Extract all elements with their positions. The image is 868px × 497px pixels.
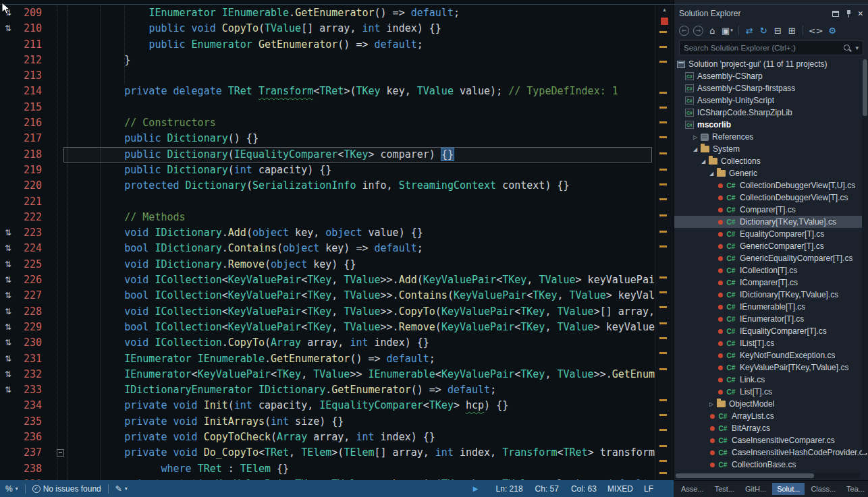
line-number[interactable]: 239 xyxy=(16,477,49,480)
tool-window-tab[interactable]: Solut... xyxy=(772,483,805,495)
line-number[interactable]: 221 xyxy=(16,194,49,210)
line-number[interactable]: 212 xyxy=(16,53,49,68)
code-line[interactable]: 221 xyxy=(0,194,655,210)
search-icon[interactable] xyxy=(843,44,852,53)
properties-button[interactable]: ⚙ xyxy=(828,25,838,36)
chevron-expanded-icon[interactable]: ◢ xyxy=(701,158,709,165)
tree-item[interactable]: ◢Generic xyxy=(674,167,868,179)
tree-item[interactable]: C#BitArray.cs xyxy=(674,422,868,434)
tree-item[interactable]: C#EqualityComparer[T].cs xyxy=(674,228,868,240)
line-number[interactable]: 226 xyxy=(16,272,49,288)
tree-item[interactable]: C#IEnumerator[T].cs xyxy=(674,313,868,325)
implements-glyph-icon[interactable]: ⇅ xyxy=(0,272,16,288)
tree-item[interactable]: C#List[T].cs xyxy=(674,386,868,398)
code-line[interactable]: 222 // Methods xyxy=(0,210,655,225)
tree-item[interactable]: C#Assembly-CSharp-firstpass xyxy=(674,82,868,94)
implements-glyph-icon[interactable]: ⇅ xyxy=(0,367,16,382)
implements-glyph-icon[interactable]: ⇅ xyxy=(0,351,16,367)
chevron-expanded-icon[interactable]: ◢ xyxy=(693,146,701,152)
line-number[interactable]: 215 xyxy=(16,100,49,115)
se-vertical-scrollbar[interactable] xyxy=(862,59,868,453)
chevron-collapsed-icon[interactable]: ▷ xyxy=(693,134,701,140)
code-editor[interactable]: ⇅209 IEnumerator IEnumerable.GetEnumerat… xyxy=(0,0,674,480)
code-cleanup-button[interactable]: ✎ ▾ xyxy=(115,484,128,494)
implements-glyph-icon[interactable]: ⇅ xyxy=(0,304,16,320)
sync-with-active-document-button[interactable]: ⇄ xyxy=(744,25,755,36)
fold-collapse-box[interactable] xyxy=(57,449,64,457)
tree-item[interactable]: C#KeyNotFoundException.cs xyxy=(674,349,868,361)
tree-item[interactable]: C#IDictionary[TKey,TValue].cs xyxy=(674,289,868,301)
tree-item[interactable]: C#IList[T].cs xyxy=(674,337,868,349)
line-number[interactable]: 224 xyxy=(16,241,49,256)
line-number[interactable]: 231 xyxy=(16,351,49,367)
tree-item[interactable]: C#mscorlib xyxy=(674,119,868,131)
tree-item[interactable]: C#IComparer[T].cs xyxy=(674,276,868,289)
se-horizontal-scrollbar[interactable] xyxy=(676,473,860,479)
line-number[interactable]: 238 xyxy=(16,461,49,477)
line-number[interactable]: 211 xyxy=(16,37,49,53)
line-number[interactable]: 237 xyxy=(16,445,49,461)
code-line[interactable]: ⇅210 public void CopyTo(TValue[] array, … xyxy=(0,21,655,36)
code-line[interactable]: 238 where TRet : TElem {} xyxy=(0,461,655,477)
home-button[interactable]: ⌂ xyxy=(707,25,717,36)
chevron-collapsed-icon[interactable]: ▷ xyxy=(709,401,717,407)
line-number[interactable]: 236 xyxy=(16,430,49,445)
scrollbar-thumb[interactable] xyxy=(676,473,814,478)
implements-glyph-icon[interactable]: ⇅ xyxy=(0,21,16,36)
code-line[interactable]: ⇅224 bool IDictionary.Contains(object ke… xyxy=(0,241,655,256)
line-number[interactable]: 213 xyxy=(16,68,49,84)
implements-glyph-icon[interactable]: ⇅ xyxy=(0,241,16,256)
code-line[interactable]: 213 xyxy=(0,68,655,84)
code-line[interactable]: 218 public Dictionary(IEqualityComparer<… xyxy=(0,147,655,163)
tree-item[interactable]: C#ICSharpCode.SharpZipLib xyxy=(674,107,868,119)
tree-item[interactable]: C#KeyValuePair[TKey,TValue].cs xyxy=(674,361,868,374)
tree-item[interactable]: C#CollectionDebuggerView[T,U].cs xyxy=(674,179,868,192)
tree-item[interactable]: C#CollectionBase.cs xyxy=(674,459,868,471)
line-number[interactable]: 222 xyxy=(16,210,49,225)
tree-item[interactable]: ▷ObjectModel xyxy=(674,398,868,410)
code-line[interactable]: ⇅225 void IDictionary.Remove(object key)… xyxy=(0,257,655,272)
search-input[interactable] xyxy=(684,44,843,52)
line-number[interactable]: 218 xyxy=(16,147,49,163)
code-line[interactable]: ⇅227 bool ICollection<KeyValuePair<TKey,… xyxy=(0,288,655,303)
back-button[interactable]: ← xyxy=(679,26,689,36)
scrollbar-thumb[interactable] xyxy=(863,59,867,116)
column-indicator[interactable]: Col: 63 xyxy=(571,484,597,494)
implements-glyph-icon[interactable]: ⇅ xyxy=(0,335,16,351)
line-indicator[interactable]: Ln: 218 xyxy=(496,484,523,494)
line-number[interactable]: 210 xyxy=(16,21,49,36)
tree-item[interactable]: C#IEqualityComparer[T].cs xyxy=(674,325,868,337)
search-box[interactable]: ▾ xyxy=(679,40,863,55)
character-indicator[interactable]: Ch: 57 xyxy=(535,484,559,494)
tree-item[interactable]: C#GenericComparer[T].cs xyxy=(674,240,868,252)
line-number[interactable]: 214 xyxy=(16,84,49,99)
chevron-expanded-icon[interactable]: ◢ xyxy=(709,171,717,177)
tree-item[interactable]: C#Assembly-UnityScript xyxy=(674,94,868,107)
code-line[interactable]: 217 public Dictionary() {} xyxy=(0,131,655,146)
tool-window-tab[interactable]: Asse... xyxy=(676,483,709,495)
forward-button[interactable]: → xyxy=(693,26,703,36)
line-number[interactable]: 229 xyxy=(16,320,49,335)
tool-window-tab[interactable]: GitH... xyxy=(740,483,771,495)
code-line[interactable]: 215 xyxy=(0,100,655,115)
tree-item[interactable]: C#ArrayList.cs xyxy=(674,410,868,422)
tree-item[interactable]: ◢System xyxy=(674,143,868,155)
line-number[interactable]: 234 xyxy=(16,398,49,413)
tool-window-tab[interactable]: Test... xyxy=(710,483,739,495)
show-all-files-button[interactable]: ⊞ xyxy=(787,25,797,36)
line-number[interactable]: 219 xyxy=(16,163,49,178)
line-number[interactable]: 216 xyxy=(16,115,49,131)
code-line[interactable]: ⇅233 IDictionaryEnumerator IDictionary.G… xyxy=(0,382,655,398)
line-number[interactable]: 228 xyxy=(16,304,49,320)
tool-window-tab[interactable]: Tea... xyxy=(842,483,868,495)
code-line[interactable]: ⇅223 void IDictionary.Add(object key, ob… xyxy=(0,225,655,241)
tree-item[interactable]: C#GenericEqualityComparer[T].cs xyxy=(674,252,868,264)
issues-indicator[interactable]: No issues found xyxy=(32,484,101,494)
code-line[interactable]: ⇅231 IEnumerator IEnumerable.GetEnumerat… xyxy=(0,351,655,367)
line-number[interactable]: 220 xyxy=(16,178,49,194)
tree-item[interactable]: C#Link.cs xyxy=(674,374,868,386)
line-number[interactable]: 217 xyxy=(16,131,49,146)
collapse-all-button[interactable]: ⊟ xyxy=(773,25,783,36)
tree-item[interactable]: C#CollectionDebuggerView[T].cs xyxy=(674,192,868,204)
switch-views-button[interactable]: ▣▾ xyxy=(722,25,733,36)
